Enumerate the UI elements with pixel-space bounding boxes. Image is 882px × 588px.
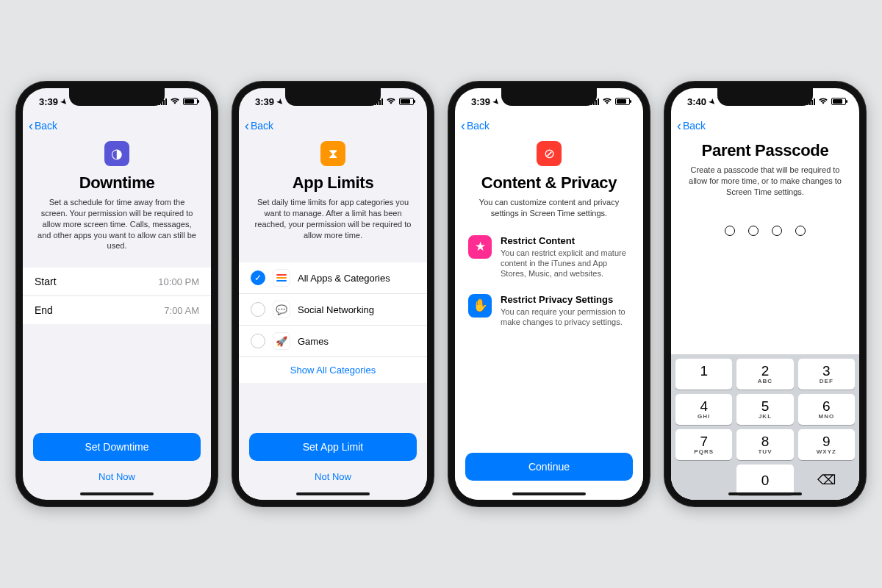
numeric-keypad: 1 2ABC 3DEF 4GHI 5JKL 6MNO 7PQRS 8TUV 9W… bbox=[671, 354, 859, 500]
nav-bar: ‹ Back bbox=[671, 115, 859, 137]
back-label: Back bbox=[467, 120, 490, 132]
page-title: Downtime bbox=[36, 173, 198, 193]
continue-button[interactable]: Continue bbox=[465, 453, 633, 481]
back-button[interactable]: ‹ Back bbox=[677, 119, 706, 132]
battery-icon bbox=[831, 98, 846, 105]
clock: 3:39 bbox=[471, 96, 490, 107]
feature-restrict-privacy: ✋ Restrict Privacy Settings You can requ… bbox=[455, 287, 643, 335]
category-label: Games bbox=[298, 336, 329, 347]
key-5[interactable]: 5JKL bbox=[736, 394, 793, 425]
set-app-limit-button[interactable]: Set App Limit bbox=[249, 433, 417, 461]
feature-title: Restrict Privacy Settings bbox=[501, 294, 630, 305]
page-description: Set daily time limits for app categories… bbox=[252, 197, 414, 240]
page-title: App Limits bbox=[252, 173, 414, 193]
end-label: End bbox=[35, 304, 53, 316]
battery-icon bbox=[615, 98, 630, 105]
hand-icon: ✋ bbox=[468, 294, 492, 318]
location-icon: ➤ bbox=[59, 96, 68, 106]
page-description: Set a schedule for time away from the sc… bbox=[36, 197, 198, 251]
hourglass-icon: ⧗ bbox=[320, 141, 345, 166]
key-delete[interactable]: ⌫ bbox=[798, 465, 855, 495]
notch bbox=[285, 88, 381, 106]
category-label: All Apps & Categories bbox=[298, 273, 390, 284]
key-0[interactable]: 0 bbox=[736, 465, 793, 495]
back-label: Back bbox=[35, 120, 57, 132]
clock: 3:40 bbox=[687, 96, 706, 107]
key-blank bbox=[675, 465, 732, 495]
category-games[interactable]: 🚀 Games bbox=[239, 326, 427, 357]
page-title: Content & Privacy bbox=[468, 173, 630, 193]
set-downtime-button[interactable]: Set Downtime bbox=[33, 433, 201, 461]
star-icon: ★ bbox=[468, 235, 492, 259]
key-2[interactable]: 2ABC bbox=[736, 359, 793, 390]
key-4[interactable]: 4GHI bbox=[675, 394, 732, 425]
back-button[interactable]: ‹ Back bbox=[461, 119, 490, 132]
show-all-categories-button[interactable]: Show All Categories bbox=[239, 357, 427, 383]
radio-checked-icon: ✓ bbox=[251, 270, 265, 285]
feature-desc: You can restrict explicit and mature con… bbox=[501, 248, 630, 279]
start-label: Start bbox=[35, 276, 57, 287]
battery-icon bbox=[183, 98, 198, 105]
feature-desc: You can require your permission to make … bbox=[501, 306, 630, 328]
wifi-icon bbox=[602, 96, 612, 107]
wifi-icon bbox=[818, 96, 828, 107]
end-value: 7:00 AM bbox=[164, 305, 199, 316]
clock: 3:39 bbox=[39, 96, 58, 107]
key-7[interactable]: 7PQRS bbox=[675, 429, 732, 460]
chevron-left-icon: ‹ bbox=[29, 119, 33, 132]
home-indicator[interactable] bbox=[296, 492, 370, 495]
nav-bar: ‹ Back bbox=[239, 115, 427, 137]
page-description: Create a passcode that will be required … bbox=[684, 165, 846, 198]
key-6[interactable]: 6MNO bbox=[798, 394, 855, 425]
feature-title: Restrict Content bbox=[501, 235, 630, 246]
radio-unchecked-icon bbox=[251, 302, 265, 317]
all-apps-icon bbox=[273, 269, 290, 287]
location-icon: ➤ bbox=[491, 96, 501, 106]
page-title: Parent Passcode bbox=[684, 141, 846, 160]
wifi-icon bbox=[170, 96, 180, 107]
key-3[interactable]: 3DEF bbox=[798, 359, 855, 390]
end-time-row[interactable]: End 7:00 AM bbox=[23, 296, 211, 324]
category-social[interactable]: 💬 Social Networking bbox=[239, 294, 427, 326]
radio-unchecked-icon bbox=[251, 334, 265, 348]
start-value: 10:00 PM bbox=[158, 276, 199, 287]
passcode-dot bbox=[725, 226, 735, 236]
category-all-apps[interactable]: ✓ All Apps & Categories bbox=[239, 262, 427, 294]
social-icon: 💬 bbox=[273, 301, 290, 318]
notch bbox=[501, 88, 597, 106]
key-9[interactable]: 9WXYZ bbox=[798, 429, 855, 460]
page-description: You can customize content and privacy se… bbox=[468, 197, 630, 219]
home-indicator[interactable] bbox=[512, 492, 586, 495]
back-label: Back bbox=[251, 120, 273, 132]
start-time-row[interactable]: Start 10:00 PM bbox=[23, 268, 211, 296]
passcode-dot bbox=[795, 226, 806, 236]
wifi-icon bbox=[386, 96, 396, 107]
location-icon: ➤ bbox=[707, 96, 717, 106]
phone-content-privacy: 3:39➤ ‹ Back ⊘ Content & Privacy You can… bbox=[448, 81, 650, 507]
key-8[interactable]: 8TUV bbox=[736, 429, 793, 460]
not-now-button[interactable]: Not Now bbox=[249, 467, 417, 487]
backspace-icon: ⌫ bbox=[817, 472, 836, 488]
notch bbox=[69, 88, 165, 106]
not-now-button[interactable]: Not Now bbox=[33, 467, 201, 487]
home-indicator[interactable] bbox=[80, 492, 154, 495]
nav-bar: ‹ Back bbox=[23, 115, 211, 137]
chevron-left-icon: ‹ bbox=[245, 119, 249, 132]
back-label: Back bbox=[683, 120, 706, 132]
games-icon: 🚀 bbox=[273, 332, 290, 350]
key-1[interactable]: 1 bbox=[675, 359, 732, 390]
schedule-list: Start 10:00 PM End 7:00 AM bbox=[23, 268, 211, 324]
home-indicator[interactable] bbox=[728, 492, 802, 495]
phone-downtime: 3:39➤ ‹ Back ◑ Downtime Set a schedule f… bbox=[15, 81, 218, 507]
passcode-dot bbox=[748, 226, 759, 236]
chevron-left-icon: ‹ bbox=[677, 119, 681, 132]
notch bbox=[717, 88, 813, 106]
phone-app-limits: 3:39➤ ‹ Back ⧗ App Limits Set daily time… bbox=[232, 81, 434, 507]
back-button[interactable]: ‹ Back bbox=[245, 119, 273, 132]
location-icon: ➤ bbox=[275, 96, 284, 106]
nav-bar: ‹ Back bbox=[455, 115, 643, 137]
back-button[interactable]: ‹ Back bbox=[29, 119, 57, 132]
passcode-dots bbox=[671, 226, 859, 236]
chevron-left-icon: ‹ bbox=[461, 119, 465, 132]
restrict-icon: ⊘ bbox=[537, 141, 562, 166]
